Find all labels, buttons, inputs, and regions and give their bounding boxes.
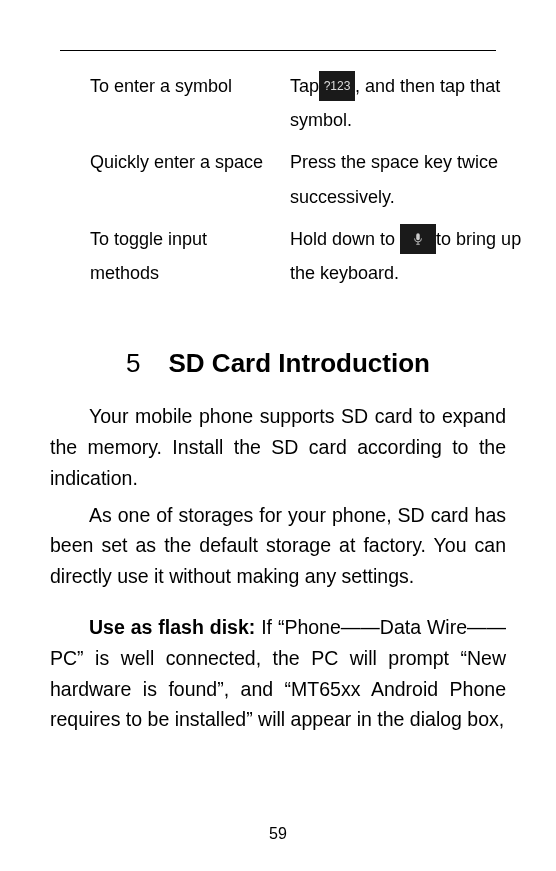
table-row: Quickly enter a space Press the space ke… [90,145,546,221]
row-label: Quickly enter a space [90,145,290,221]
row-description: Tap?123, and then tap that symbol. [290,69,546,145]
row-description: Hold down to to bring up the keyboard. [290,222,546,298]
top-horizontal-rule [60,50,496,51]
table-row: To enter a symbol Tap?123, and then tap … [90,69,546,145]
body-paragraph: As one of storages for your phone, SD ca… [50,500,506,592]
row-label: To toggle input methods [90,222,290,298]
svg-rect-0 [416,233,420,240]
table-row: To toggle input methods Hold down to to … [90,222,546,298]
page-number: 59 [0,825,556,843]
row-label: To enter a symbol [90,69,290,145]
paragraph-spacer [50,598,506,612]
body-paragraph: Use as flash disk: If “Phone——Data Wire—… [50,612,506,735]
input-methods-table: To enter a symbol Tap?123, and then tap … [90,69,546,298]
section-heading: 5SD Card Introduction [50,348,506,379]
section-title: SD Card Introduction [169,348,430,378]
mic-key-icon [400,224,436,254]
text-before-icon: Hold down to [290,229,400,249]
symbol-key-icon: ?123 [319,71,355,101]
text-before-icon: Tap [290,76,319,96]
section-number: 5 [126,348,140,378]
flash-disk-label: Use as flash disk: [89,616,255,638]
row-description: Press the space key twice successively. [290,145,546,221]
body-paragraph: Your mobile phone supports SD card to ex… [50,401,506,493]
